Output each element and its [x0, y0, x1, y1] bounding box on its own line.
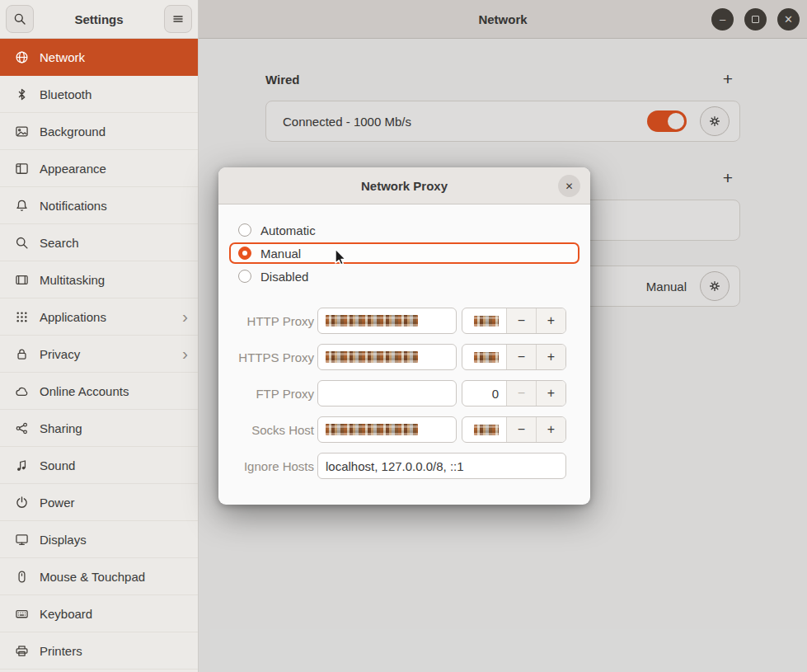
add-wired-connection-button[interactable]: +: [716, 67, 740, 92]
sidebar-item-multitasking[interactable]: Multitasking: [0, 261, 198, 298]
proxy-fields: HTTP Proxy − + HTTPS Proxy − + FTP Proxy: [232, 308, 579, 489]
radio-label: Disabled: [260, 270, 308, 284]
http-port-increment-button[interactable]: +: [536, 308, 565, 333]
proxy-mode-automatic[interactable]: Automatic: [229, 219, 579, 241]
applications-grid-icon: [15, 310, 29, 324]
sidebar-item-appearance[interactable]: Appearance: [0, 150, 198, 187]
ignore-hosts-value: localhost, 127.0.0.0/8, ::1: [326, 459, 464, 473]
network-proxy-dialog: Network Proxy ✕ Automatic Manual Disable…: [218, 167, 590, 505]
radio-checked-icon: [238, 247, 251, 260]
power-icon: [15, 496, 29, 510]
sidebar-nav: Network Bluetooth Background Appearance: [0, 39, 198, 670]
sound-note-icon: [15, 458, 29, 472]
socks-host-input[interactable]: [317, 416, 457, 443]
notifications-bell-icon: [15, 199, 29, 213]
dialog-close-button[interactable]: ✕: [558, 175, 580, 197]
http-port-decrement-button[interactable]: −: [506, 308, 536, 333]
sidebar-item-notifications[interactable]: Notifications: [0, 187, 198, 224]
radio-label: Automatic: [260, 223, 316, 237]
radio-label: Manual: [260, 247, 301, 261]
socks-port-spinbutton[interactable]: − +: [462, 416, 566, 443]
ftp-port-decrement-button[interactable]: −: [506, 381, 536, 406]
sharing-nodes-icon: [15, 421, 29, 435]
https-proxy-host-input[interactable]: [317, 344, 457, 370]
https-proxy-port-spinbutton[interactable]: − +: [462, 344, 566, 370]
window-controls: – ✕: [711, 8, 800, 31]
https-proxy-label: HTTPS Proxy: [232, 350, 314, 364]
sidebar-item-applications[interactable]: Applications ›: [0, 298, 198, 336]
proxy-settings-button[interactable]: [700, 271, 730, 301]
sidebar-item-keyboard[interactable]: Keyboard: [0, 595, 198, 632]
add-vpn-button[interactable]: +: [716, 166, 740, 190]
https-port-decrement-button[interactable]: −: [506, 345, 536, 369]
search-icon: [13, 12, 26, 26]
socks-port-decrement-button[interactable]: −: [506, 417, 536, 442]
wired-toggle-switch[interactable]: [647, 110, 687, 132]
ftp-proxy-label: FTP Proxy: [232, 387, 314, 401]
privacy-lock-icon: [15, 347, 29, 361]
redacted-port-text: [474, 425, 499, 435]
proxy-mode-manual[interactable]: Manual: [229, 242, 579, 264]
maximize-button[interactable]: [744, 8, 767, 31]
http-proxy-host-input[interactable]: [317, 308, 457, 334]
redacted-host-text: [326, 315, 418, 327]
displays-monitor-icon: [15, 533, 29, 547]
ignore-hosts-input[interactable]: localhost, 127.0.0.0/8, ::1: [317, 453, 566, 479]
http-proxy-port-value[interactable]: [462, 308, 506, 333]
ignore-hosts-row: Ignore Hosts localhost, 127.0.0.0/8, ::1: [232, 453, 579, 479]
http-proxy-port-spinbutton[interactable]: − +: [462, 308, 566, 334]
http-proxy-label: HTTP Proxy: [232, 314, 314, 328]
wired-status-label: Connected - 1000 Mb/s: [283, 115, 647, 129]
https-proxy-row: HTTPS Proxy − +: [232, 344, 579, 370]
sidebar-item-search[interactable]: Search: [0, 224, 198, 261]
dialog-headerbar: Network Proxy ✕: [218, 167, 590, 204]
wired-heading: Wired: [265, 73, 300, 87]
sidebar-item-background[interactable]: Background: [0, 113, 198, 150]
sidebar-item-privacy[interactable]: Privacy ›: [0, 336, 198, 373]
sidebar-item-power[interactable]: Power: [0, 484, 198, 521]
online-accounts-cloud-icon: [15, 384, 29, 398]
gear-icon: [708, 280, 721, 293]
search-magnifier-icon: [15, 236, 29, 250]
close-icon: ✕: [784, 13, 793, 26]
redacted-port-text: [474, 316, 499, 327]
sidebar-item-printers[interactable]: Printers: [0, 632, 198, 670]
radio-unchecked-icon: [238, 223, 251, 237]
sidebar-headerbar: Settings: [0, 0, 198, 39]
https-port-increment-button[interactable]: +: [536, 345, 565, 369]
redacted-host-text: [326, 351, 418, 363]
wired-connection-row: Connected - 1000 Mb/s: [265, 101, 740, 142]
redacted-host-text: [326, 424, 418, 435]
search-button[interactable]: [6, 5, 34, 33]
proxy-mode-radio-group: Automatic Manual Disabled: [229, 219, 579, 289]
socks-port-value[interactable]: [462, 417, 506, 442]
minimize-icon: –: [720, 13, 725, 26]
sidebar-title: Settings: [74, 12, 123, 26]
socks-port-increment-button[interactable]: +: [536, 417, 565, 442]
ftp-proxy-port-spinbutton[interactable]: 0 − +: [462, 380, 566, 406]
ftp-port-increment-button[interactable]: +: [536, 381, 565, 406]
hamburger-menu-icon: [171, 12, 185, 26]
wired-settings-button[interactable]: [700, 106, 730, 136]
sidebar-item-sound[interactable]: Sound: [0, 447, 198, 484]
ftp-proxy-port-value[interactable]: 0: [462, 381, 506, 406]
toggle-knob: [668, 113, 684, 129]
sidebar-item-online-accounts[interactable]: Online Accounts: [0, 373, 198, 410]
minimize-button[interactable]: –: [711, 8, 734, 31]
ftp-proxy-row: FTP Proxy 0 − +: [232, 380, 579, 406]
sidebar-item-mouse-touchpad[interactable]: Mouse & Touchpad: [0, 558, 198, 595]
sidebar-item-network[interactable]: Network: [0, 39, 198, 76]
close-button[interactable]: ✕: [777, 8, 800, 31]
radio-unchecked-icon: [238, 270, 251, 283]
https-proxy-port-value[interactable]: [462, 345, 506, 369]
wired-section-header: Wired +: [265, 67, 740, 92]
sidebar-item-displays[interactable]: Displays: [0, 521, 198, 558]
maximize-icon: [752, 16, 759, 23]
sidebar-item-sharing[interactable]: Sharing: [0, 410, 198, 447]
proxy-mode-disabled[interactable]: Disabled: [229, 266, 579, 287]
ftp-proxy-host-input[interactable]: [317, 380, 457, 406]
primary-menu-button[interactable]: [164, 5, 192, 33]
dialog-title: Network Proxy: [361, 179, 448, 193]
appearance-icon: [15, 162, 29, 176]
sidebar-item-bluetooth[interactable]: Bluetooth: [0, 76, 198, 113]
